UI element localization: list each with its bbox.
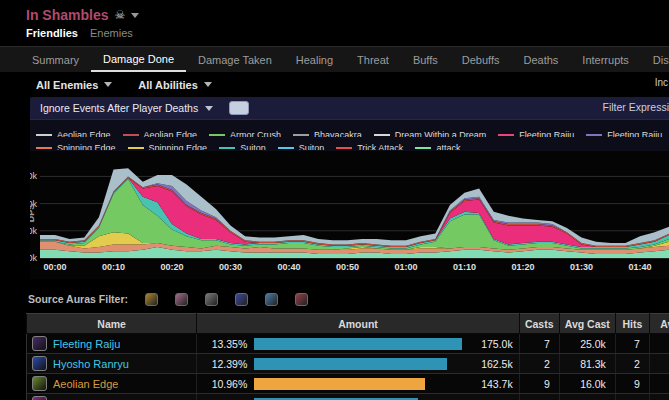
tab-summary[interactable]: Summary — [20, 47, 91, 72]
filter-expression-link[interactable]: Filter Expressi — [602, 101, 669, 113]
ability-name-link[interactable]: Hyosho Ranryu — [53, 358, 129, 370]
graph-filter-bar: Ignore Events After Player Deaths Filter… — [30, 97, 669, 120]
col-header-avg-hit[interactable]: Avg Hit — [649, 314, 669, 334]
amount-cell-inner: 12.39%162.5k — [197, 358, 518, 370]
legend-item-aeolian-edge[interactable]: Aeolian Edge — [36, 129, 111, 138]
aura-icon-indigo[interactable] — [235, 293, 248, 306]
legend-item-suiton[interactable]: Suiton — [278, 142, 325, 151]
source-auras-label: Source Auras Filter: — [28, 293, 128, 305]
enemies-dropdown[interactable]: All Enemies — [36, 79, 112, 91]
col-header-hits[interactable]: Hits — [615, 314, 649, 334]
legend-item-dream-within-a-dream[interactable]: Dream Within a Dream — [374, 129, 487, 138]
report-chevron-down-icon[interactable] — [131, 13, 139, 18]
legend-item-aeolian-edge[interactable]: Aeolian Edge — [123, 129, 198, 138]
report-header: In Shambles ☠ — [0, 0, 669, 23]
nav-tabs: SummaryDamage DoneDamage TakenHealingThr… — [0, 46, 669, 72]
damage-table-wrap: Name Amount Casts Avg Cast Hits Avg Hit … — [26, 313, 669, 400]
y-tick-label: 30k — [30, 171, 37, 181]
table-row-fleeting-raiju[interactable]: Fleeting Raiju13.35%175.0k725.0k725.0k — [27, 334, 669, 354]
enemies-dropdown-label: All Enemies — [36, 79, 98, 91]
chevron-down-icon — [204, 82, 212, 87]
abilities-dropdown-label: All Abilities — [138, 79, 198, 91]
abilities-dropdown[interactable]: All Abilities — [138, 79, 212, 91]
aura-icon-grey[interactable] — [205, 293, 218, 306]
tab-dispels[interactable]: Dispels — [641, 47, 669, 72]
tab-damage-taken[interactable]: Damage Taken — [186, 47, 284, 72]
legend-item-attack[interactable]: attack — [415, 142, 460, 151]
enemies-link[interactable]: Enemies — [90, 27, 133, 39]
legend-item-label: Fleeting Raiju — [519, 129, 574, 138]
chart-legend: Aeolian EdgeAeolian EdgeArmor CrushBhava… — [30, 120, 669, 151]
tab-threat[interactable]: Threat — [345, 47, 401, 72]
report-title[interactable]: In Shambles — [26, 7, 108, 23]
legend-color-dash — [586, 134, 602, 136]
percent-of-total: 10.96% — [203, 378, 247, 390]
col-header-avg-cast[interactable]: Avg Cast — [559, 314, 615, 334]
table-row-raiton[interactable]: Raiton10.52%137.9k623.0k623.0k — [27, 394, 669, 400]
dps-chart: 0k10k20k30k00:0000:1000:2000:3000:4000:5… — [30, 151, 669, 279]
x-tick-label: 01:30 — [570, 262, 593, 272]
legend-item-armor-crush[interactable]: Armor Crush — [209, 129, 281, 138]
legend-item-label: Aeolian Edge — [144, 129, 198, 138]
aura-icon-pink[interactable] — [175, 293, 188, 306]
table-row-hyosho-ranryu[interactable]: Hyosho Ranryu12.39%162.5k281.3k281.3k — [27, 354, 669, 374]
ability-name-link[interactable]: Aeolian Edge — [53, 378, 118, 390]
tab-damage-done[interactable]: Damage Done — [91, 47, 186, 72]
legend-color-dash — [219, 147, 235, 149]
legend-item-trick-attack[interactable]: Trick Attack — [336, 142, 403, 151]
x-tick-label: 00:00 — [43, 262, 66, 272]
ability-name-link[interactable]: Fleeting Raiju — [53, 338, 120, 350]
tab-healing[interactable]: Healing — [284, 47, 345, 72]
dps-chart-svg: 0k10k20k30k00:0000:1000:2000:3000:4000:5… — [30, 151, 669, 279]
ignore-deaths-dropdown-label[interactable]: Ignore Events After Player Deaths — [40, 102, 198, 114]
legend-item-label: Aeolian Edge — [57, 129, 111, 138]
col-header-casts[interactable]: Casts — [519, 314, 559, 334]
avg-hit-value: 16.0k — [649, 374, 669, 394]
legend-item-spinning-edge[interactable]: Spinning Edge — [128, 142, 208, 151]
hits-value: 9 — [615, 374, 649, 394]
avg-cast-value: 81.3k — [559, 354, 615, 374]
filter-row: All Enemies All Abilities Inc — [0, 72, 669, 97]
tab-debuffs[interactable]: Debuffs — [450, 47, 512, 72]
tab-interrupts[interactable]: Interrupts — [570, 47, 640, 72]
aura-icon-gold[interactable] — [145, 293, 158, 306]
legend-item-fleeting-raiju[interactable]: Fleeting Raiju — [498, 129, 574, 138]
dps-graph-panel: Ignore Events After Player Deaths Filter… — [30, 97, 669, 279]
table-row-aeolian-edge[interactable]: Aeolian Edge10.96%143.7k916.0k916.0k — [27, 374, 669, 394]
avg-cast-value: 25.0k — [559, 334, 615, 354]
legend-color-dash — [415, 147, 431, 149]
legend-item-fleeting-raiju[interactable]: Fleeting Raiju — [586, 129, 662, 138]
col-header-amount[interactable]: Amount — [197, 314, 519, 334]
amount-cell: 10.96%143.7k — [197, 374, 519, 394]
avg-hit-value: 25.0k — [649, 334, 669, 354]
legend-item-label: Armor Crush — [230, 129, 281, 138]
legend-item-suiton[interactable]: Suiton — [219, 142, 266, 151]
tab-buffs[interactable]: Buffs — [401, 47, 450, 72]
table-header-row: Name Amount Casts Avg Cast Hits Avg Hit — [27, 314, 669, 334]
amount-cell: 10.52%137.9k — [197, 394, 519, 400]
name-cell: Hyosho Ranryu — [27, 354, 197, 374]
x-tick-label: 01:20 — [511, 262, 534, 272]
casts-value: 6 — [519, 394, 559, 400]
legend-color-dash — [374, 134, 390, 136]
avg-cast-value: 23.0k — [559, 394, 615, 400]
friendlies-link[interactable]: Friendlies — [26, 27, 78, 39]
aura-icon-blue[interactable] — [265, 293, 278, 306]
legend-item-label: Fleeting Raiju — [607, 129, 662, 138]
ability-icon-raiton — [32, 396, 47, 400]
legend-item-spinning-edge[interactable]: Spinning Edge — [36, 142, 116, 151]
name-cell: Fleeting Raiju — [27, 334, 197, 354]
aura-icon-red[interactable] — [295, 293, 308, 306]
ignore-deaths-toggle[interactable] — [229, 101, 249, 115]
legend-color-dash — [209, 134, 225, 136]
legend-item-bhavacakra[interactable]: Bhavacakra — [293, 129, 362, 138]
include-link-clipped[interactable]: Inc — [655, 77, 668, 88]
col-header-name[interactable]: Name — [27, 314, 197, 334]
amount-bar-track — [254, 338, 461, 350]
ability-icon-hyosho-ranryu — [32, 356, 47, 371]
tab-deaths[interactable]: Deaths — [512, 47, 571, 72]
legend-item-label: Trick Attack — [357, 142, 403, 151]
x-tick-label: 00:30 — [219, 262, 242, 272]
amount-bar — [254, 378, 424, 390]
source-auras-filter: Source Auras Filter: — [28, 292, 669, 306]
